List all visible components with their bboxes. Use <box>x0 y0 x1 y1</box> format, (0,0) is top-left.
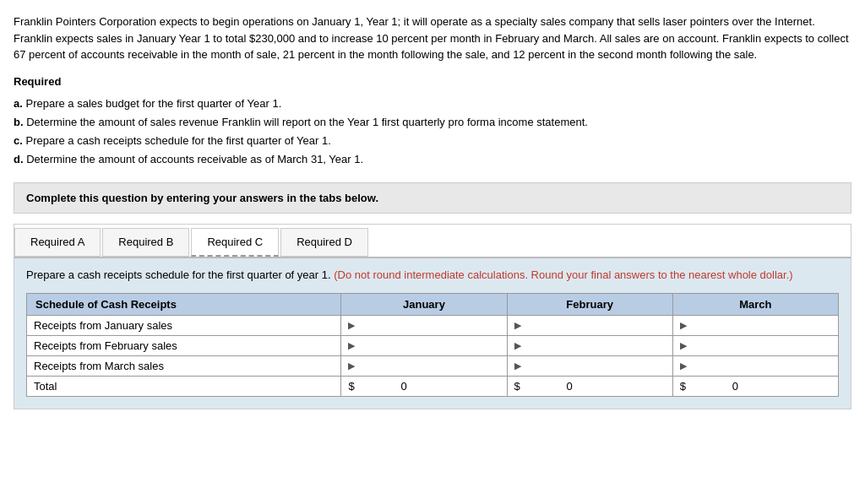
row-label-feb-sales: Receipts from February sales <box>27 336 341 356</box>
complete-box-text: Complete this question by entering your … <box>26 192 378 204</box>
tab-required-a[interactable]: Required A <box>14 228 101 257</box>
intro-paragraph: Franklin Pointers Corporation expects to… <box>14 14 851 63</box>
tabs-container: Required A Required B Required C Require… <box>14 224 851 410</box>
arrow-icon: ▶ <box>514 320 521 331</box>
schedule-table: Schedule of Cash Receipts January Februa… <box>26 293 839 397</box>
col-header-schedule: Schedule of Cash Receipts <box>27 294 341 316</box>
input-feb-mar[interactable] <box>690 339 749 352</box>
col-header-february: February <box>507 294 672 316</box>
input-mar-jan[interactable] <box>358 360 417 372</box>
tab-required-b[interactable]: Required B <box>102 228 189 257</box>
input-jan-feb[interactable] <box>525 319 584 332</box>
arrow-icon: ▶ <box>514 340 521 351</box>
total-jan[interactable]: $ <box>341 377 507 397</box>
tab-instruction: Prepare a cash receipts schedule for the… <box>26 267 839 284</box>
tab-c-content: Prepare a cash receipts schedule for the… <box>14 258 851 409</box>
arrow-icon: ▶ <box>680 340 687 351</box>
total-label: Total <box>27 377 341 397</box>
total-mar[interactable]: $ <box>672 377 838 397</box>
cell-mar-jan[interactable]: ▶ <box>341 356 507 377</box>
complete-box: Complete this question by entering your … <box>14 182 851 214</box>
total-input-feb[interactable] <box>522 380 573 393</box>
cell-mar-feb[interactable]: ▶ <box>507 356 672 377</box>
cell-jan-jan[interactable]: ▶ <box>341 316 507 336</box>
arrow-icon: ▶ <box>680 360 687 371</box>
table-row: Receipts from January sales ▶ ▶ <box>27 316 839 336</box>
total-input-jan[interactable] <box>356 380 407 393</box>
required-heading: Required <box>14 75 851 88</box>
dollar-sign-jan: $ <box>348 380 354 393</box>
total-feb[interactable]: $ <box>507 377 672 397</box>
cell-feb-feb[interactable]: ▶ <box>507 336 672 356</box>
cell-mar-mar[interactable]: ▶ <box>672 356 838 377</box>
cell-jan-mar[interactable]: ▶ <box>672 316 838 336</box>
cell-feb-mar[interactable]: ▶ <box>672 336 838 356</box>
cell-feb-jan[interactable]: ▶ <box>341 336 507 356</box>
col-header-january: January <box>341 294 507 316</box>
total-input-mar[interactable] <box>688 380 738 393</box>
cell-jan-feb[interactable]: ▶ <box>507 316 672 336</box>
input-jan-mar[interactable] <box>690 319 749 332</box>
input-feb-feb[interactable] <box>525 339 584 352</box>
input-mar-mar[interactable] <box>690 360 749 372</box>
input-mar-feb[interactable] <box>525 360 584 372</box>
tabs-row: Required A Required B Required C Require… <box>14 225 851 258</box>
arrow-icon: ▶ <box>680 320 687 331</box>
arrow-icon: ▶ <box>348 320 355 331</box>
arrow-icon: ▶ <box>348 340 355 351</box>
arrow-icon: ▶ <box>348 360 355 371</box>
col-header-march: March <box>672 294 838 316</box>
tab-required-c[interactable]: Required C <box>191 228 279 257</box>
dollar-sign-mar: $ <box>680 380 686 393</box>
instruction-note: (Do not round intermediate calculations.… <box>334 268 792 281</box>
row-label-mar-sales: Receipts from March sales <box>27 356 341 377</box>
table-row: Receipts from February sales ▶ ▶ <box>27 336 839 356</box>
arrow-icon: ▶ <box>514 360 521 371</box>
row-label-jan-sales: Receipts from January sales <box>27 316 341 336</box>
instruction-main: Prepare a cash receipts schedule for the… <box>26 268 331 281</box>
tab-required-d[interactable]: Required D <box>280 228 368 257</box>
input-jan-jan[interactable] <box>358 319 417 332</box>
requirements-list: a. Prepare a sales budget for the first … <box>14 95 851 169</box>
dollar-sign-feb: $ <box>514 380 520 393</box>
input-feb-jan[interactable] <box>358 339 417 352</box>
total-row: Total $ $ <box>27 377 839 397</box>
table-row: Receipts from March sales ▶ ▶ <box>27 356 839 377</box>
